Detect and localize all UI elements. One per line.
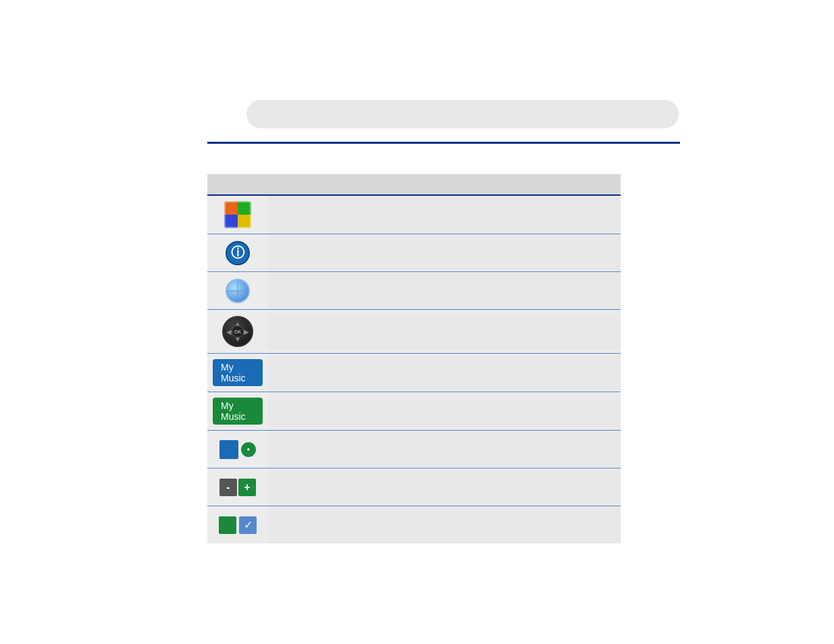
my-music-green-button[interactable]: My Music [213, 398, 263, 425]
row-content [268, 468, 621, 506]
remote-control-icon: ▲ ▼ ◀ ▶ OK [222, 316, 253, 347]
search-bar-container [246, 100, 679, 128]
info-icon: ⓘ [226, 241, 250, 265]
minus-plus-buttons: - + [219, 479, 256, 496]
blue-divider [207, 142, 680, 144]
table-row: ▲ ▼ ◀ ▶ OK [207, 310, 621, 354]
row-content [268, 506, 621, 543]
icon-cell-globe [207, 273, 268, 308]
table-row [207, 431, 621, 468]
table-row: My Music [207, 392, 621, 431]
row-content [268, 234, 621, 271]
minus-button[interactable]: - [219, 479, 237, 496]
ok-button[interactable]: OK [232, 325, 244, 338]
table-row: - + [207, 468, 621, 506]
blue-square-green-circle [219, 440, 256, 459]
check-icon[interactable]: ✓ [239, 516, 257, 534]
green-circle-icon [241, 442, 256, 457]
arrow-right-icon: ▶ [244, 328, 249, 336]
table-row: My Music [207, 354, 621, 392]
windows-xp-icon [224, 201, 251, 228]
page-wrapper: ⓘ ▲ ▼ ◀ ▶ OK [0, 0, 834, 644]
row-content [268, 393, 621, 430]
row-content [268, 196, 621, 234]
table-row [207, 272, 621, 310]
row-content [268, 354, 621, 392]
row-content [268, 431, 621, 468]
arrow-left-icon: ◀ [226, 328, 232, 336]
row-content [268, 272, 621, 309]
blue-square-icon [219, 440, 238, 459]
my-music-blue-button[interactable]: My Music [213, 359, 263, 386]
icon-cell-minus-plus: - + [207, 473, 268, 502]
search-input[interactable] [246, 100, 679, 128]
table-row: ⓘ [207, 234, 621, 272]
icon-cell-mymusic-blue: My Music [207, 354, 268, 392]
table-row [207, 196, 621, 234]
table-header [207, 174, 621, 196]
green-square-check: ✓ [219, 516, 257, 534]
main-table: ⓘ ▲ ▼ ◀ ▶ OK [207, 174, 621, 543]
icon-cell-info: ⓘ [207, 236, 268, 271]
row-content [268, 313, 621, 350]
icon-cell-remote: ▲ ▼ ◀ ▶ OK [207, 311, 268, 352]
icon-cell-winxp [207, 196, 268, 234]
green-square-icon [219, 516, 236, 534]
icon-cell-mymusic-green: My Music [207, 392, 268, 430]
icon-cell-green-check: ✓ [207, 511, 268, 539]
table-row: ✓ [207, 506, 621, 543]
globe-icon [226, 279, 250, 303]
icon-cell-blue-green [207, 435, 268, 464]
winxp-border [224, 201, 251, 228]
plus-button[interactable]: + [238, 479, 256, 496]
